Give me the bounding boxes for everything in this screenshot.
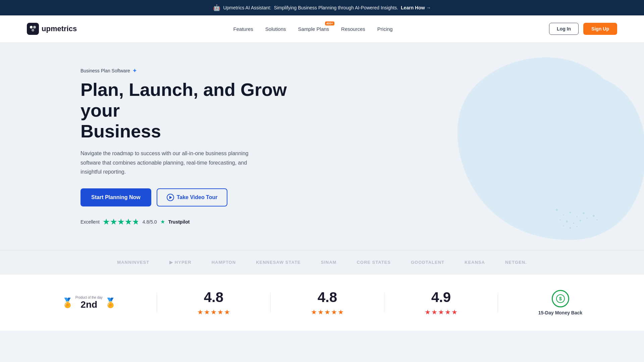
- nav-features[interactable]: Features: [233, 26, 253, 32]
- svg-point-9: [566, 221, 568, 223]
- stat-number-1: 4.8: [204, 289, 223, 305]
- divider-2: [270, 293, 271, 313]
- login-button[interactable]: Log In: [549, 23, 579, 35]
- stat-stars-3: ★ ★ ★ ★ ★: [425, 308, 458, 316]
- logos-section: MANNINVEST ▶ HYPER HAMPTON KENNESAW STAT…: [0, 250, 644, 274]
- stat-rating-2: 4.8 ★ ★ ★ ★ ★: [311, 289, 344, 316]
- stat-money-back: $ 15-Day Money Back: [538, 290, 583, 315]
- svg-point-17: [596, 219, 598, 221]
- star-3: [118, 219, 124, 225]
- trustpilot-star-icon: ★: [160, 219, 165, 225]
- main-nav: Features Solutions Sample Plans 400+ Res…: [233, 26, 393, 32]
- stats-section: 🏅 Product of the day 2nd 🏅 4.8 ★ ★ ★ ★ ★…: [0, 274, 644, 331]
- svg-point-13: [593, 215, 595, 217]
- star-1: [103, 219, 110, 225]
- svg-text:$: $: [559, 296, 562, 301]
- svg-point-3: [556, 209, 558, 211]
- logo-goodtalent: goodtalent: [411, 260, 444, 265]
- svg-point-0: [30, 26, 33, 28]
- nav-solutions[interactable]: Solutions: [265, 26, 286, 32]
- svg-point-6: [576, 216, 578, 217]
- divider-3: [384, 293, 384, 313]
- logo-icon: [27, 23, 39, 35]
- nav-resources[interactable]: Resources: [341, 26, 365, 32]
- hero-content: Business Plan Software ✦ Plan, Launch, a…: [80, 67, 288, 225]
- hero-eyebrow-text: Business Plan Software: [80, 68, 130, 73]
- stat-product-badge: 🏅 Product of the day 2nd 🏅: [62, 296, 116, 310]
- money-back-label: 15-Day Money Back: [538, 310, 583, 315]
- header: upmetrics Features Solutions Sample Plan…: [0, 15, 644, 42]
- sample-plans-badge: 400+: [325, 21, 334, 25]
- svg-point-8: [559, 219, 561, 221]
- svg-point-7: [583, 212, 585, 214]
- money-back-icon: $: [552, 290, 569, 307]
- ai-robot-icon: 🤖: [213, 4, 220, 11]
- signup-button[interactable]: Sign Up: [583, 23, 617, 35]
- trustpilot-row: Excellent 4.8/5.0 ★ Trustpilot: [80, 219, 288, 225]
- svg-point-4: [563, 214, 564, 216]
- trustpilot-stars: [103, 219, 139, 225]
- logo-netgen: Netgen.: [505, 260, 527, 265]
- laurel-left-icon: 🏅: [62, 297, 73, 308]
- banner-prefix: Upmetrics AI Assistant:: [223, 5, 271, 10]
- top-banner: 🤖 Upmetrics AI Assistant: Simplifying Bu…: [0, 0, 644, 15]
- badge-rank: 2nd: [75, 299, 103, 310]
- logo-text: upmetrics: [42, 24, 77, 33]
- banner-text: Simplifying Business Planning through AI…: [274, 5, 398, 10]
- hero-buttons: Start Planning Now Take Video Tour: [80, 188, 288, 206]
- svg-point-16: [576, 226, 578, 227]
- star-4: [125, 219, 132, 225]
- divider-1: [157, 293, 157, 313]
- start-planning-button[interactable]: Start Planning Now: [80, 188, 151, 206]
- header-actions: Log In Sign Up: [549, 23, 617, 35]
- logo-hampton: HAMPTON: [212, 260, 236, 265]
- svg-point-12: [586, 218, 588, 219]
- rating-label: Excellent: [80, 219, 100, 225]
- logo-hyper: ▶ HYPER: [169, 260, 191, 265]
- svg-point-2: [32, 29, 34, 32]
- star-2: [110, 219, 117, 225]
- play-icon: [167, 194, 174, 201]
- sparkle-icon: ✦: [132, 67, 137, 74]
- hero-section: Business Plan Software ✦ Plan, Launch, a…: [0, 42, 644, 250]
- hero-blob-decoration: [409, 49, 644, 243]
- badge-inner: Product of the day 2nd: [75, 296, 103, 310]
- logo-sinam: SINAM: [321, 260, 337, 265]
- trustpilot-label: Trustpilot: [168, 219, 190, 225]
- stat-rating-1: 4.8 ★ ★ ★ ★ ★: [197, 289, 230, 316]
- nav-pricing[interactable]: Pricing: [377, 26, 393, 32]
- svg-point-1: [33, 26, 36, 28]
- logo-manninvest: MANNINVEST: [117, 260, 149, 265]
- nav-sample-plans[interactable]: Sample Plans 400+: [298, 26, 329, 32]
- stat-rating-3: 4.9 ★ ★ ★ ★ ★: [425, 289, 458, 316]
- stat-stars-1: ★ ★ ★ ★ ★: [197, 308, 230, 316]
- logo-core-states: CORE STATES: [357, 260, 391, 265]
- svg-point-11: [580, 220, 581, 222]
- video-tour-button[interactable]: Take Video Tour: [157, 188, 228, 206]
- logo-kennesaw: KENNESAW STATE: [256, 260, 301, 265]
- banner-learn-link[interactable]: Learn How →: [401, 5, 431, 10]
- stat-number-2: 4.8: [318, 289, 337, 305]
- rating-score: 4.8/5.0: [143, 219, 157, 225]
- laurel-wrap: 🏅 Product of the day 2nd 🏅: [62, 296, 116, 310]
- hero-title: Plan, Launch, and Grow your Business: [80, 79, 288, 141]
- stat-stars-2: ★ ★ ★ ★ ★: [311, 308, 344, 316]
- star-5-half: [132, 219, 139, 225]
- hero-description: Navigate the roadmap to success with our…: [80, 149, 255, 176]
- svg-point-14: [563, 225, 564, 227]
- stat-number-3: 4.9: [431, 289, 451, 305]
- badge-small-text: Product of the day: [75, 296, 103, 299]
- hero-eyebrow: Business Plan Software ✦: [80, 67, 288, 74]
- logo[interactable]: upmetrics: [27, 23, 77, 35]
- svg-point-15: [570, 227, 571, 229]
- laurel-right-icon: 🏅: [105, 297, 116, 308]
- divider-4: [498, 293, 498, 313]
- logo-keansa: Keansa: [465, 260, 485, 265]
- svg-point-5: [570, 212, 571, 214]
- svg-point-10: [573, 223, 574, 224]
